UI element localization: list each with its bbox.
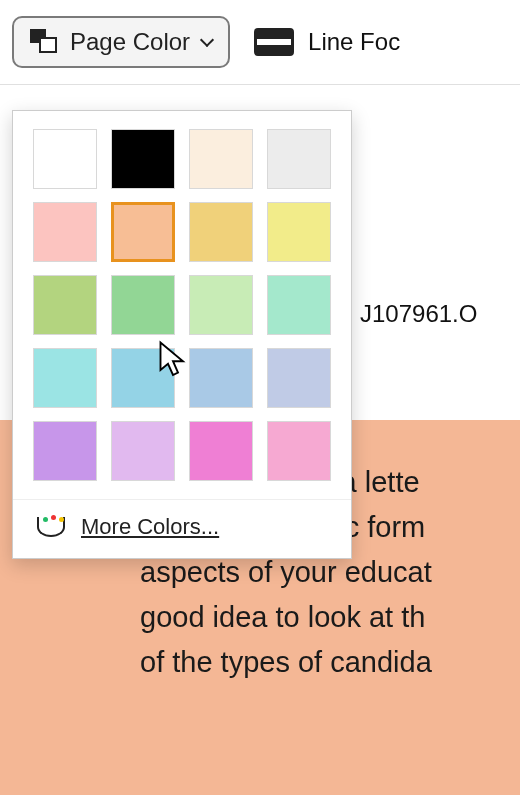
color-swatch[interactable]	[33, 348, 97, 408]
page-color-dropdown: More Colors...	[12, 110, 352, 559]
color-swatch[interactable]	[33, 421, 97, 481]
line-focus-button[interactable]: Line Foc	[254, 28, 400, 56]
filename-fragment: J107961.O	[360, 300, 477, 327]
chevron-down-icon	[200, 33, 214, 47]
page-color-label: Page Color	[70, 28, 190, 56]
color-swatch[interactable]	[189, 129, 253, 189]
color-swatch[interactable]	[33, 129, 97, 189]
color-swatch[interactable]	[189, 421, 253, 481]
color-swatch[interactable]	[111, 348, 175, 408]
color-swatch[interactable]	[267, 348, 331, 408]
page-color-button[interactable]: Page Color	[12, 16, 230, 68]
ribbon-toolbar: Page Color Line Foc	[0, 0, 520, 85]
more-colors-item[interactable]: More Colors...	[13, 499, 351, 558]
color-swatch[interactable]	[111, 275, 175, 335]
body-line: good idea to look at th	[140, 595, 520, 640]
body-line: of the types of candida	[140, 640, 520, 685]
color-swatch-grid	[13, 119, 351, 499]
color-swatch[interactable]	[267, 202, 331, 262]
more-colors-label: More Colors...	[81, 514, 219, 540]
color-swatch[interactable]	[267, 275, 331, 335]
color-swatch[interactable]	[189, 348, 253, 408]
color-swatch[interactable]	[267, 421, 331, 481]
color-swatch[interactable]	[33, 275, 97, 335]
color-swatch[interactable]	[111, 421, 175, 481]
color-swatch[interactable]	[189, 275, 253, 335]
color-swatch[interactable]	[111, 202, 175, 262]
color-swatch[interactable]	[33, 202, 97, 262]
page-color-icon	[30, 29, 60, 55]
color-swatch[interactable]	[189, 202, 253, 262]
line-focus-label: Line Foc	[308, 28, 400, 56]
palette-icon	[37, 517, 65, 537]
color-swatch[interactable]	[111, 129, 175, 189]
color-swatch[interactable]	[267, 129, 331, 189]
line-focus-icon	[254, 28, 294, 56]
